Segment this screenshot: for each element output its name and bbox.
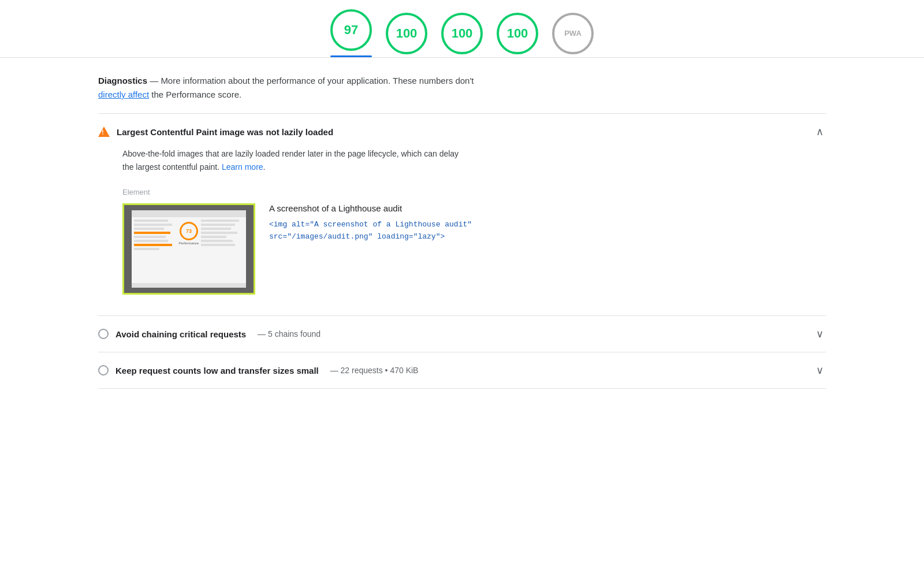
diagnostics-description2: the Performance score. [151,90,241,99]
score-circle-pwa[interactable]: PWA [552,13,594,54]
diagnostics-link[interactable]: directly affect [98,90,149,99]
diagnostics-description: More information about the performance o… [161,76,474,85]
element-row: 73 Performance [122,203,808,295]
score-circle-performance: 97 [330,9,372,51]
audit-chaining-title: Avoid chaining critical requests [116,329,246,339]
audit-chaining-left: Avoid chaining critical requests — 5 cha… [98,329,321,339]
audit-item-chaining: Avoid chaining critical requests — 5 cha… [98,316,826,352]
warning-icon [98,127,110,137]
audit-chaining-dash: — 5 chains found [255,329,321,339]
score-tab-performance[interactable]: 97 [330,9,372,57]
audit-header-left: Largest Contentful Paint image was not l… [98,127,333,137]
audit-item-lcp: Largest Contentful Paint image was not l… [98,114,826,316]
element-thumbnail: 73 Performance [122,203,255,295]
circle-icon-requests [98,365,109,375]
audit-lcp-description: Above-the-fold images that are lazily lo… [122,147,808,174]
active-tab-indicator [330,55,372,57]
audit-chaining-header[interactable]: Avoid chaining critical requests — 5 cha… [98,328,826,340]
audit-requests-header[interactable]: Keep request counts low and transfer siz… [98,364,826,377]
audit-requests-dash: — 22 requests • 470 KiB [328,366,419,375]
audit-lcp-title: Largest Contentful Paint image was not l… [117,127,333,137]
audit-lcp-body: Above-the-fold images that are lazily lo… [98,138,826,304]
score-circle-seo[interactable]: 100 [497,13,538,54]
chevron-down-icon-requests: ∨ [814,364,826,377]
audit-requests-title: Keep request counts low and transfer siz… [116,366,319,375]
score-circle-best-practices[interactable]: 100 [441,13,483,54]
element-info: A screenshot of a Lighthouse audit <img … [269,203,808,243]
score-circle-accessibility[interactable]: 100 [386,13,427,54]
chevron-up-icon: ∧ [814,125,826,138]
element-alt-text: A screenshot of a Lighthouse audit [269,203,808,213]
element-code: <img alt="A screenshot of a Lighthouse a… [269,219,808,243]
learn-more-link[interactable]: Learn more [222,162,263,172]
element-label: Element [122,188,808,196]
audit-item-lcp-header[interactable]: Largest Contentful Paint image was not l… [98,125,826,138]
diagnostics-dash: — [150,76,158,85]
diagnostics-label: Diagnostics [98,76,147,85]
diagnostics-section: Diagnostics — More information about the… [98,58,826,113]
main-content: Diagnostics — More information about the… [75,58,849,389]
chevron-down-icon-chaining: ∨ [814,328,826,340]
circle-icon-chaining [98,329,109,339]
audit-requests-left: Keep request counts low and transfer siz… [98,365,418,375]
score-bar: 97 100 100 100 PWA [0,0,924,57]
audit-item-requests: Keep request counts low and transfer siz… [98,352,826,389]
